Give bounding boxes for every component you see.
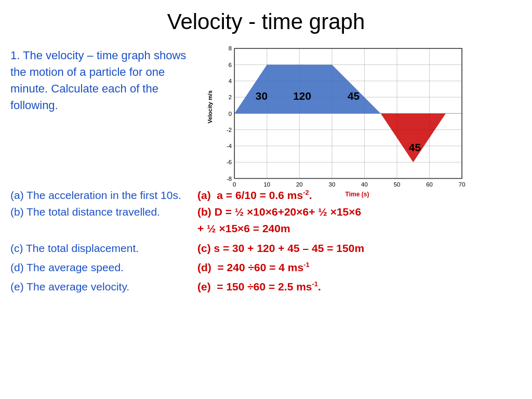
answer-b2: + ½ ×15×6 = 240m: [197, 222, 522, 235]
question-row-c: (c) The total displacement. (c) s = 30 +…: [10, 242, 522, 255]
answer-b: (b) D = ½ ×10×6+20×6+ ½ ×15×6: [197, 206, 522, 218]
question-a-label: (a) The acceleration in the first 10s.: [10, 189, 181, 201]
svg-text:2: 2: [229, 94, 232, 100]
question-row-b: (b) The total distance travelled. (b) D …: [10, 206, 522, 218]
questions-section: (a) The acceleration in the first 10s. (…: [0, 182, 532, 293]
svg-text:30: 30: [329, 181, 336, 188]
red-area: [381, 113, 446, 162]
svg-text:10: 10: [263, 181, 270, 188]
answer-e: (e) = 150 ÷60 = 2.5 ms-1.: [197, 280, 522, 293]
question-b-text: (b) The total distance travelled.: [10, 206, 197, 218]
answer-b-continuation: + ½ ×15×6 = 240m: [10, 222, 522, 235]
svg-text:70: 70: [459, 181, 466, 188]
question-c-text: (c) The total displacement.: [10, 242, 197, 255]
svg-text:30: 30: [256, 90, 268, 102]
svg-text:45: 45: [348, 90, 360, 102]
svg-text:50: 50: [394, 181, 401, 188]
svg-text:40: 40: [361, 181, 368, 188]
y-axis-label: Velocity m/s: [207, 90, 213, 124]
graph-container: Velocity m/s: [203, 42, 522, 182]
question-row-e: (e) The average velocity. (e) = 150 ÷60 …: [10, 280, 522, 293]
svg-text:0: 0: [229, 111, 232, 117]
svg-text:60: 60: [426, 181, 433, 188]
question-a-text: (a) The acceleration in the first 10s.: [10, 189, 197, 202]
svg-text:120: 120: [293, 90, 311, 102]
svg-text:-8: -8: [227, 176, 232, 182]
answer-d: (d) = 240 ÷60 = 4 ms-1: [197, 261, 522, 274]
svg-text:6: 6: [229, 62, 232, 68]
question-d-text: (d) The average speed.: [10, 261, 197, 274]
svg-text:0: 0: [233, 181, 236, 188]
graph-svg: 8 6 4 2 0 -2 -4 -6 -8 0 10 20 30 40 50 6…: [218, 42, 473, 188]
question-e-text: (e) The average velocity.: [10, 281, 197, 293]
svg-text:20: 20: [296, 181, 303, 188]
top-section: 1. The velocity – time graph shows the m…: [0, 42, 532, 182]
blue-area: [234, 65, 380, 114]
question-row-d: (d) The average speed. (d) = 240 ÷60 = 4…: [10, 261, 522, 274]
svg-text:8: 8: [229, 45, 232, 51]
page-title: Velocity - time graph: [0, 0, 532, 39]
svg-text:-6: -6: [227, 159, 232, 165]
svg-text:4: 4: [229, 78, 232, 84]
svg-text:45: 45: [409, 141, 421, 153]
svg-text:-2: -2: [227, 127, 232, 133]
graph-area: Velocity m/s: [218, 42, 473, 182]
x-axis-label: Time (s): [242, 191, 473, 198]
description-text: 1. The velocity – time graph shows the m…: [10, 42, 197, 114]
answer-c: (c) s = 30 + 120 + 45 – 45 = 150m: [197, 242, 522, 255]
svg-text:-4: -4: [227, 143, 232, 149]
